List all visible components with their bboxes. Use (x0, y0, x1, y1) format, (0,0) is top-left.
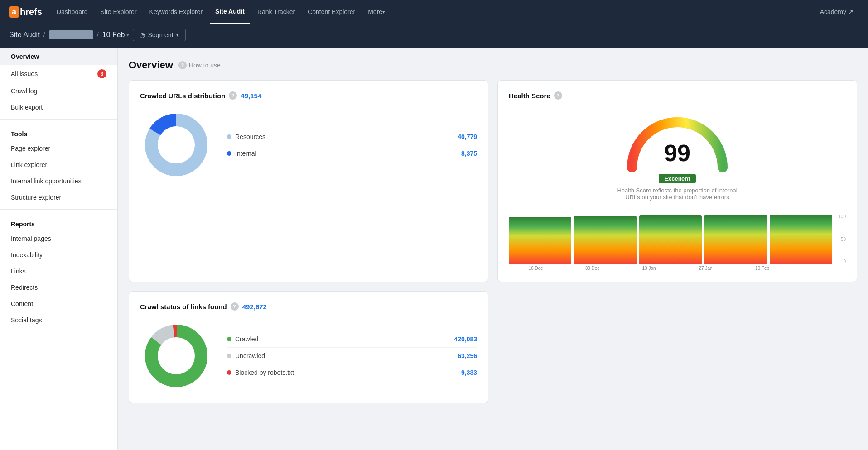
sidebar-item-internal-link-opportunities[interactable]: Internal link opportunities (0, 173, 117, 189)
bar-group-5 (770, 214, 832, 264)
nav-dashboard[interactable]: Dashboard (51, 0, 93, 24)
sidebar-item-redirects[interactable]: Redirects (0, 279, 117, 296)
blocked-value: 9,333 (461, 369, 477, 376)
external-link-icon: ↗ (848, 8, 854, 15)
cards-grid: Crawled URLs distribution ? 49,154 (129, 80, 857, 403)
page-title: Overview (129, 59, 173, 71)
bar-3 (639, 215, 702, 264)
crawled-urls-total: 49,154 (241, 92, 261, 100)
nav-site-explorer[interactable]: Site Explorer (95, 0, 142, 24)
crawled-dot (227, 337, 231, 341)
main-layout: Overview All issues 3 Crawl log Bulk exp… (0, 48, 868, 450)
bars-and-yaxis: 100 50 0 (509, 214, 846, 264)
page-title-row: Overview ? How to use (129, 59, 857, 71)
legend-item-blocked: Blocked by robots.txt 9,333 (227, 364, 477, 381)
breadcrumb-site-audit: Site Audit (9, 31, 40, 39)
all-issues-badge: 3 (97, 69, 106, 78)
breadcrumb-sep-2: / (97, 31, 99, 38)
crawl-status-donut-row: Crawled 420,083 Uncrawled 63,256 (140, 320, 477, 392)
internal-dot (227, 151, 231, 156)
crawled-urls-title: Crawled URLs distribution ? 49,154 (140, 91, 477, 100)
internal-value: 8,375 (461, 150, 477, 157)
sidebar: Overview All issues 3 Crawl log Bulk exp… (0, 48, 118, 450)
crawl-status-legend: Crawled 420,083 Uncrawled 63,256 (227, 331, 477, 381)
sidebar-divider-1 (0, 119, 117, 120)
sidebar-item-overview[interactable]: Overview (0, 48, 117, 65)
sidebar-tools-header: Tools (0, 123, 117, 140)
legend-item-internal: Internal 8,375 (227, 145, 477, 162)
bars-area (509, 214, 832, 264)
legend-item-crawled: Crawled 420,083 (227, 331, 477, 348)
svg-point-6 (160, 340, 193, 372)
health-score-description: Health Score reflects the proportion of … (609, 187, 745, 201)
svg-point-2 (160, 129, 193, 161)
breadcrumb-redacted: ■■■■■ (49, 30, 93, 39)
sidebar-reports-header: Reports (0, 213, 117, 230)
sidebar-item-page-explorer[interactable]: Page explorer (0, 140, 117, 157)
bar-1 (509, 217, 571, 264)
health-score-help-icon: ? (554, 91, 562, 100)
bar-group-2 (574, 214, 637, 264)
crawled-value: 420,083 (454, 335, 477, 343)
health-score-badge: Excellent (659, 174, 695, 183)
blocked-dot (227, 370, 231, 375)
bar-group-1 (509, 214, 571, 264)
bar-5 (770, 215, 832, 264)
top-navigation: a hrefs Dashboard Site Explorer Keywords… (0, 0, 868, 24)
sidebar-item-links[interactable]: Links (0, 263, 117, 279)
nav-rank-tracker[interactable]: Rank Tracker (252, 0, 300, 24)
main-content: Overview ? How to use Crawled URLs distr… (118, 48, 868, 450)
sidebar-item-crawl-log[interactable]: Crawl log (0, 83, 117, 99)
nav-keywords-explorer[interactable]: Keywords Explorer (144, 0, 208, 24)
uncrawled-value: 63,256 (458, 352, 477, 359)
crawl-status-card: Crawl status of links found ? 492,672 (129, 291, 488, 403)
sidebar-item-all-issues[interactable]: All issues 3 (0, 65, 117, 83)
logo-text: hrefs (20, 7, 42, 17)
bar-2 (574, 216, 637, 264)
breadcrumb-date[interactable]: 10 Feb (102, 31, 130, 39)
x-axis-labels: 16 Dec 30 Dec 13 Jan 27 Jan 10 Feb (509, 264, 846, 271)
sidebar-item-bulk-export[interactable]: Bulk export (0, 99, 117, 115)
bar-group-4 (704, 214, 767, 264)
breadcrumb-sep-1: / (43, 31, 45, 38)
legend-item-uncrawled: Uncrawled 63,256 (227, 348, 477, 364)
y-axis-labels: 100 50 0 (832, 214, 846, 264)
segment-icon: ◔ (140, 31, 145, 38)
crawled-urls-help-icon: ? (229, 91, 237, 100)
logo-icon: a (9, 6, 19, 18)
crawl-status-donut (140, 320, 212, 392)
gauge-container: 99 (623, 113, 732, 172)
help-icon: ? (178, 61, 187, 69)
crawl-status-title: Crawl status of links found ? 492,672 (140, 302, 477, 311)
sidebar-item-structure-explorer[interactable]: Structure explorer (0, 189, 117, 206)
sidebar-item-link-explorer[interactable]: Link explorer (0, 157, 117, 173)
crawled-urls-donut (140, 109, 212, 181)
donut-svg-crawled (140, 109, 212, 181)
sidebar-item-indexability[interactable]: Indexability (0, 247, 117, 263)
sidebar-item-social-tags[interactable]: Social tags (0, 312, 117, 328)
logo[interactable]: a hrefs (9, 6, 42, 18)
crawl-status-total: 492,672 (242, 303, 267, 311)
crawled-urls-donut-row: Resources 40,779 Internal 8,375 (140, 109, 477, 181)
health-score-bar-chart: 100 50 0 16 Dec 30 Dec 13 Jan 27 Jan 10 … (509, 214, 846, 271)
how-to-use[interactable]: ? How to use (178, 61, 221, 69)
uncrawled-dot (227, 354, 231, 358)
crawled-urls-legend: Resources 40,779 Internal 8,375 (227, 129, 477, 162)
sidebar-item-internal-pages[interactable]: Internal pages (0, 230, 117, 247)
nav-content-explorer[interactable]: Content Explorer (302, 0, 361, 24)
health-score-card: Health Score ? (497, 80, 857, 282)
resources-dot (227, 134, 231, 139)
breadcrumb-bar: Site Audit / ■■■■■ / 10 Feb ◔ Segment (0, 24, 868, 48)
health-score-number: 99 (664, 141, 690, 165)
legend-item-resources: Resources 40,779 (227, 129, 477, 145)
nav-more[interactable]: More (362, 0, 391, 24)
crawl-status-help-icon: ? (231, 302, 239, 311)
nav-academy[interactable]: Academy ↗ (815, 8, 859, 15)
sidebar-item-content[interactable]: Content (0, 296, 117, 312)
nav-site-audit[interactable]: Site Audit (210, 0, 250, 24)
segment-button[interactable]: ◔ Segment (133, 29, 185, 41)
bar-4 (704, 215, 767, 264)
bar-group-3 (639, 214, 702, 264)
crawled-urls-card: Crawled URLs distribution ? 49,154 (129, 80, 488, 282)
donut-svg-crawl-status (140, 320, 212, 392)
